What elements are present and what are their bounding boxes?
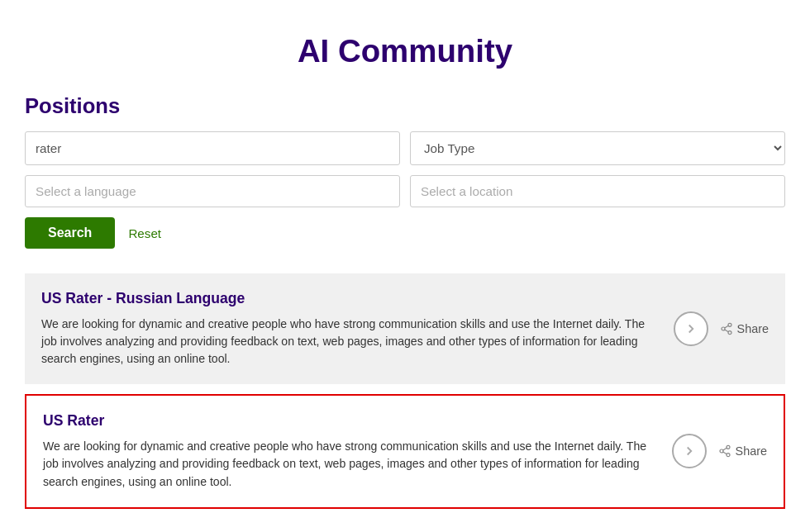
job-type-select[interactable]: Job TypeFull-timePart-timeContractRemote xyxy=(410,131,785,165)
svg-point-6 xyxy=(720,449,723,453)
card-description: We are looking for dynamic and creative … xyxy=(41,316,657,368)
result-card-1: US Rater - Russian Language We are looki… xyxy=(25,273,785,384)
search-form: Positions Job TypeFull-timePart-timeCont… xyxy=(25,94,785,249)
results-section: US Rater - Russian Language We are looki… xyxy=(25,273,785,509)
share-button[interactable]: Share xyxy=(718,444,767,458)
svg-line-9 xyxy=(722,449,727,451)
card-content: US Rater We are looking for dynamic and … xyxy=(43,412,672,490)
chevron-right-icon xyxy=(682,444,697,458)
navigate-button[interactable] xyxy=(674,311,708,346)
share-icon xyxy=(720,322,733,335)
language-input[interactable] xyxy=(25,175,400,207)
search-button[interactable]: Search xyxy=(25,217,115,249)
svg-point-5 xyxy=(727,446,730,449)
card-title: US Rater - Russian Language xyxy=(41,290,657,307)
card-actions: Share xyxy=(674,311,769,346)
svg-point-2 xyxy=(728,331,731,335)
result-card-2: US Rater We are looking for dynamic and … xyxy=(25,394,785,508)
reset-button[interactable]: Reset xyxy=(128,226,161,240)
share-label: Share xyxy=(737,322,769,335)
card-description: We are looking for dynamic and creative … xyxy=(43,438,655,490)
share-icon xyxy=(718,444,731,458)
chevron-right-icon xyxy=(684,321,698,336)
share-button[interactable]: Share xyxy=(720,322,769,335)
share-label: Share xyxy=(736,444,767,458)
form-row-1: Job TypeFull-timePart-timeContractRemote xyxy=(25,131,785,165)
location-input[interactable] xyxy=(410,175,785,207)
svg-line-4 xyxy=(724,325,728,328)
keyword-input[interactable] xyxy=(25,131,400,165)
btn-row: Search Reset xyxy=(25,217,785,249)
card-title: US Rater xyxy=(43,412,655,430)
svg-point-0 xyxy=(728,323,731,326)
form-row-2 xyxy=(25,175,785,207)
svg-line-8 xyxy=(722,452,727,454)
card-actions: Share xyxy=(672,434,767,468)
section-title: Positions xyxy=(25,94,785,118)
svg-line-3 xyxy=(724,330,728,332)
page-title: AI Community xyxy=(25,33,785,69)
svg-point-1 xyxy=(722,327,725,330)
svg-point-7 xyxy=(727,454,730,457)
navigate-button[interactable] xyxy=(672,434,707,468)
card-content: US Rater - Russian Language We are looki… xyxy=(41,290,674,368)
